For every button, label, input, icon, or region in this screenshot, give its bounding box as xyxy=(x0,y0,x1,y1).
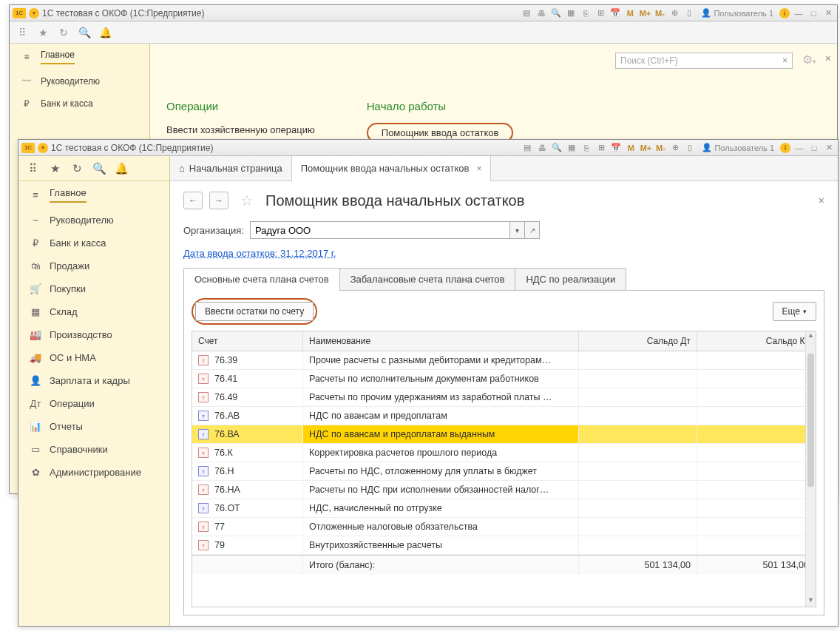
sidebar-item-9[interactable]: ДтОперации xyxy=(18,392,169,415)
apps-icon[interactable]: ⠿ xyxy=(26,162,39,175)
history-icon[interactable]: ↻ xyxy=(57,26,70,39)
date-link[interactable]: Дата ввода остатков: 31.12.2017 г. xyxy=(183,248,824,259)
tb-mplus-icon[interactable]: M+ xyxy=(639,7,651,19)
tb-zoom-icon[interactable]: ⊕ xyxy=(669,142,681,154)
table-row[interactable]: т76.ОТНДС, начисленный по отгрузке xyxy=(192,499,816,518)
tb-copy-icon[interactable]: ⎘ xyxy=(580,142,592,154)
col-account[interactable]: Счет xyxy=(192,331,303,351)
tb-mminus-icon[interactable]: M- xyxy=(654,7,665,19)
fav-star-icon[interactable]: ☆ xyxy=(240,192,254,209)
org-open-icon[interactable]: ↗ xyxy=(524,222,539,238)
tb-cal-icon[interactable]: 📅 xyxy=(610,142,622,154)
sidebar-item-10[interactable]: 📊Отчеты xyxy=(18,415,169,438)
apps-icon[interactable]: ⠿ xyxy=(16,26,29,39)
close-icon[interactable]: ✕ xyxy=(823,142,835,154)
col-name[interactable]: Наименование xyxy=(303,331,579,351)
vertical-scrollbar[interactable]: ▲ ▼ xyxy=(805,331,816,607)
nav-bank[interactable]: ₽ Банк и касса xyxy=(10,92,149,115)
enter-balances-button[interactable]: Ввести остатки по счету xyxy=(195,302,314,321)
table-row[interactable]: т79Внутрихозяйственные расчеты xyxy=(192,536,816,555)
bell-icon[interactable]: 🔔 xyxy=(98,26,112,39)
tab-close-icon[interactable]: × xyxy=(476,163,481,174)
org-input[interactable] xyxy=(251,222,509,238)
bell-icon[interactable]: 🔔 xyxy=(115,162,128,175)
table-row[interactable]: т76.НАРасчеты по НДС при исполнении обяз… xyxy=(192,481,816,499)
tb-save-icon[interactable]: ▤ xyxy=(521,7,532,19)
min-icon[interactable]: — xyxy=(793,7,805,19)
tb-print-icon[interactable]: 🖶 xyxy=(536,142,548,154)
tb-panel-icon[interactable]: ▯ xyxy=(683,7,695,19)
star-icon[interactable]: ★ xyxy=(48,162,61,175)
close-icon[interactable]: ✕ xyxy=(822,7,834,19)
tab-home[interactable]: ⌂ Начальная страница xyxy=(170,156,292,180)
sidebar-item-12[interactable]: ✿Администрирование xyxy=(18,461,169,484)
tb-copy-icon[interactable]: ⎘ xyxy=(580,7,592,19)
col-dt[interactable]: Сальдо Дт xyxy=(579,331,697,351)
table-row[interactable]: т76.НРасчеты по НДС, отложенному для упл… xyxy=(192,462,816,481)
tb-mminus-icon[interactable]: M- xyxy=(654,142,666,154)
tb-calc-icon[interactable]: ⊞ xyxy=(595,142,607,154)
info-icon[interactable]: i xyxy=(780,143,790,153)
tb-doc-icon[interactable]: ▦ xyxy=(566,142,578,154)
tb-print-icon[interactable]: 🖶 xyxy=(535,7,547,19)
panel-close-icon[interactable]: × xyxy=(825,53,831,64)
table-row[interactable]: т76.ВАНДС по авансам и предоплатам выдан… xyxy=(192,425,816,444)
user-chip[interactable]: 👤Пользователь 1 xyxy=(698,8,776,18)
sidebar-item-1[interactable]: ~Руководителю xyxy=(18,209,169,232)
sidebar-item-8[interactable]: 👤Зарплата и кадры xyxy=(18,369,169,392)
tb-calc-icon[interactable]: ⊞ xyxy=(595,7,606,19)
table-row[interactable]: т76.АВНДС по авансам и предоплатам xyxy=(192,407,816,425)
scroll-down-icon[interactable]: ▼ xyxy=(806,596,816,607)
sidebar-item-2[interactable]: ₽Банк и касса xyxy=(18,232,169,254)
search-icon[interactable]: 🔍 xyxy=(92,162,106,175)
back-button[interactable]: ← xyxy=(183,192,203,209)
table-row[interactable]: т76.41Расчеты по исполнительным документ… xyxy=(192,370,816,388)
app-dropdown-icon[interactable]: ▾ xyxy=(38,143,48,153)
star-icon[interactable]: ★ xyxy=(36,26,50,39)
sidebar-item-4[interactable]: 🛒Покупки xyxy=(18,277,169,300)
search-clear-icon[interactable]: × xyxy=(782,55,788,66)
table-row[interactable]: т77Отложенные налоговые обязательства xyxy=(192,518,816,536)
tb-mplus-icon[interactable]: M+ xyxy=(640,142,651,154)
table-row[interactable]: т76.49Расчеты по прочим удержаниям из за… xyxy=(192,388,816,407)
tb-cal-icon[interactable]: 📅 xyxy=(609,7,621,19)
fwd-button[interactable]: → xyxy=(209,192,228,209)
page-close-icon[interactable]: × xyxy=(819,195,824,206)
nav-main[interactable]: ≡ Главное xyxy=(10,44,149,70)
tb-preview-icon[interactable]: 🔍 xyxy=(551,142,563,154)
history-icon[interactable]: ↻ xyxy=(70,162,84,175)
subtab-offbalance[interactable]: Забалансовые счета плана счетов xyxy=(339,268,516,290)
tb-save-icon[interactable]: ▤ xyxy=(521,142,533,154)
sidebar-item-0[interactable]: ≡Главное xyxy=(18,181,169,209)
tb-zoom-icon[interactable]: ⊕ xyxy=(668,7,680,19)
table-row[interactable]: т76.ККорректировка расчетов прошлого пер… xyxy=(192,444,816,462)
tb-panel-icon[interactable]: ▯ xyxy=(684,142,696,154)
tb-m-icon[interactable]: M xyxy=(624,7,636,19)
sidebar-item-11[interactable]: ▭Справочники xyxy=(18,438,169,461)
max-icon[interactable]: □ xyxy=(808,142,820,154)
user-chip[interactable]: 👤Пользователь 1 xyxy=(699,143,777,152)
app-dropdown-icon[interactable]: ▾ xyxy=(29,8,39,18)
nav-manager[interactable]: 〰 Руководителю xyxy=(10,70,149,92)
sidebar-item-5[interactable]: ▦Склад xyxy=(18,300,169,323)
info-icon[interactable]: i xyxy=(779,8,790,18)
more-button[interactable]: Еще▾ xyxy=(773,302,816,321)
link-balance-helper[interactable]: Помощник ввода остатков xyxy=(382,127,499,138)
subtab-main-accounts[interactable]: Основные счета плана счетов xyxy=(183,268,340,290)
sidebar-item-7[interactable]: 🚚ОС и НМА xyxy=(18,346,169,369)
org-dropdown-icon[interactable]: ▾ xyxy=(509,222,524,238)
search-icon[interactable]: 🔍 xyxy=(78,26,91,39)
sidebar-item-6[interactable]: 🏭Производство xyxy=(18,323,169,346)
tb-preview-icon[interactable]: 🔍 xyxy=(550,7,562,19)
scroll-up-icon[interactable]: ▲ xyxy=(806,331,816,342)
link-enter-operation[interactable]: Ввести хозяйственную операцию xyxy=(166,123,315,137)
scroll-thumb[interactable] xyxy=(807,354,814,487)
sidebar-item-3[interactable]: 🛍Продажи xyxy=(18,254,169,277)
gear-icon[interactable]: ⚙▾ xyxy=(802,53,816,67)
search-input[interactable]: Поиск (Ctrl+F) × xyxy=(615,53,793,69)
tab-balance-helper[interactable]: Помощник ввода начальных остатков × xyxy=(292,156,492,181)
tb-doc-icon[interactable]: ▦ xyxy=(565,7,577,19)
tb-m-icon[interactable]: M xyxy=(625,142,637,154)
subtab-vat[interactable]: НДС по реализации xyxy=(515,268,626,290)
col-kt[interactable]: Сальдо Кт xyxy=(697,331,816,351)
